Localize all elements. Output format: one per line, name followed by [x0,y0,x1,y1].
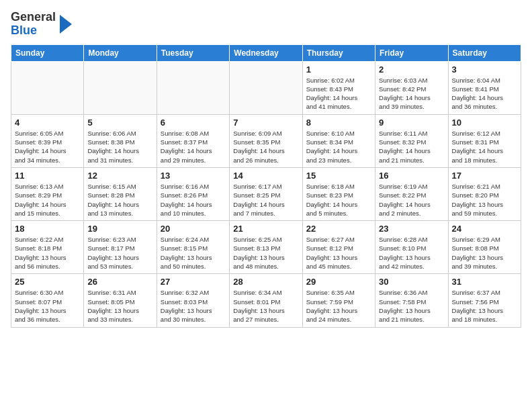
calendar-cell: 20Sunrise: 6:24 AM Sunset: 8:15 PM Dayli… [157,221,229,274]
calendar-cell [157,61,229,114]
day-info: Sunrise: 6:32 AM Sunset: 8:03 PM Dayligh… [161,288,226,324]
calendar-cell: 26Sunrise: 6:31 AM Sunset: 8:05 PM Dayli… [84,274,157,327]
calendar-cell: 12Sunrise: 6:15 AM Sunset: 8:28 PM Dayli… [84,167,157,220]
page-header: General Blue [11,11,521,38]
day-info: Sunrise: 6:09 AM Sunset: 8:35 PM Dayligh… [233,129,298,165]
day-number: 8 [306,118,371,128]
day-number: 27 [161,277,226,287]
day-number: 15 [306,171,371,181]
day-number: 5 [87,118,152,128]
day-info: Sunrise: 6:16 AM Sunset: 8:26 PM Dayligh… [161,182,226,218]
day-info: Sunrise: 6:22 AM Sunset: 8:18 PM Dayligh… [15,235,80,271]
weekday-header-tuesday: Tuesday [157,44,229,61]
logo: General Blue [11,11,72,38]
calendar-cell: 7Sunrise: 6:09 AM Sunset: 8:35 PM Daylig… [230,114,302,167]
calendar-cell: 2Sunrise: 6:03 AM Sunset: 8:42 PM Daylig… [375,61,448,114]
calendar-cell: 17Sunrise: 6:21 AM Sunset: 8:20 PM Dayli… [448,167,521,220]
calendar-cell: 11Sunrise: 6:13 AM Sunset: 8:29 PM Dayli… [11,167,84,220]
day-number: 10 [452,118,517,128]
calendar-cell [84,61,157,114]
day-info: Sunrise: 6:13 AM Sunset: 8:29 PM Dayligh… [15,182,80,218]
calendar-cell: 31Sunrise: 6:37 AM Sunset: 7:56 PM Dayli… [448,274,521,327]
day-number: 26 [87,277,152,287]
day-number: 3 [452,64,517,75]
day-number: 22 [306,224,371,234]
calendar-cell: 22Sunrise: 6:27 AM Sunset: 8:12 PM Dayli… [302,221,375,274]
calendar-cell: 23Sunrise: 6:28 AM Sunset: 8:10 PM Dayli… [375,221,448,274]
day-info: Sunrise: 6:25 AM Sunset: 8:13 PM Dayligh… [233,235,298,271]
day-info: Sunrise: 6:18 AM Sunset: 8:23 PM Dayligh… [306,182,371,218]
calendar-cell: 9Sunrise: 6:11 AM Sunset: 8:32 PM Daylig… [375,114,448,167]
calendar-cell: 3Sunrise: 6:04 AM Sunset: 8:41 PM Daylig… [448,61,521,114]
weekday-header-saturday: Saturday [448,44,521,61]
calendar-cell: 8Sunrise: 6:10 AM Sunset: 8:34 PM Daylig… [302,114,375,167]
day-info: Sunrise: 6:10 AM Sunset: 8:34 PM Dayligh… [306,129,371,165]
calendar-cell: 29Sunrise: 6:35 AM Sunset: 7:59 PM Dayli… [302,274,375,327]
day-info: Sunrise: 6:36 AM Sunset: 7:58 PM Dayligh… [379,288,444,324]
day-number: 20 [161,224,226,234]
day-info: Sunrise: 6:23 AM Sunset: 8:17 PM Dayligh… [87,235,152,271]
calendar-cell: 30Sunrise: 6:36 AM Sunset: 7:58 PM Dayli… [375,274,448,327]
day-info: Sunrise: 6:37 AM Sunset: 7:56 PM Dayligh… [452,288,517,324]
day-number: 17 [452,171,517,181]
calendar-table: SundayMondayTuesdayWednesdayThursdayFrid… [11,44,521,328]
calendar-cell: 28Sunrise: 6:34 AM Sunset: 8:01 PM Dayli… [230,274,302,327]
day-info: Sunrise: 6:11 AM Sunset: 8:32 PM Dayligh… [379,129,444,165]
day-info: Sunrise: 6:06 AM Sunset: 8:38 PM Dayligh… [87,129,152,165]
day-number: 12 [87,171,152,181]
day-number: 23 [379,224,444,234]
calendar-cell: 1Sunrise: 6:02 AM Sunset: 8:43 PM Daylig… [302,61,375,114]
calendar-cell: 5Sunrise: 6:06 AM Sunset: 8:38 PM Daylig… [84,114,157,167]
calendar-cell: 4Sunrise: 6:05 AM Sunset: 8:39 PM Daylig… [11,114,84,167]
day-info: Sunrise: 6:35 AM Sunset: 7:59 PM Dayligh… [306,288,371,324]
day-number: 31 [452,277,517,287]
day-info: Sunrise: 6:12 AM Sunset: 8:31 PM Dayligh… [452,129,517,165]
calendar-cell: 21Sunrise: 6:25 AM Sunset: 8:13 PM Dayli… [230,221,302,274]
weekday-header-thursday: Thursday [302,44,375,61]
day-number: 29 [306,277,371,287]
weekday-header-wednesday: Wednesday [230,44,302,61]
day-number: 2 [379,64,444,75]
day-number: 7 [233,118,298,128]
weekday-header-monday: Monday [84,44,157,61]
day-info: Sunrise: 6:08 AM Sunset: 8:37 PM Dayligh… [161,129,226,165]
day-number: 6 [161,118,226,128]
day-info: Sunrise: 6:21 AM Sunset: 8:20 PM Dayligh… [452,182,517,218]
calendar-cell: 13Sunrise: 6:16 AM Sunset: 8:26 PM Dayli… [157,167,229,220]
calendar-cell: 27Sunrise: 6:32 AM Sunset: 8:03 PM Dayli… [157,274,229,327]
calendar-cell: 16Sunrise: 6:19 AM Sunset: 8:22 PM Dayli… [375,167,448,220]
day-number: 18 [15,224,80,234]
calendar-cell: 6Sunrise: 6:08 AM Sunset: 8:37 PM Daylig… [157,114,229,167]
day-info: Sunrise: 6:04 AM Sunset: 8:41 PM Dayligh… [452,76,517,111]
day-number: 9 [379,118,444,128]
day-info: Sunrise: 6:15 AM Sunset: 8:28 PM Dayligh… [87,182,152,218]
day-number: 14 [233,171,298,181]
calendar-cell [230,61,302,114]
calendar-cell: 10Sunrise: 6:12 AM Sunset: 8:31 PM Dayli… [448,114,521,167]
day-number: 13 [161,171,226,181]
day-info: Sunrise: 6:03 AM Sunset: 8:42 PM Dayligh… [379,76,444,111]
calendar-cell: 18Sunrise: 6:22 AM Sunset: 8:18 PM Dayli… [11,221,84,274]
day-info: Sunrise: 6:29 AM Sunset: 8:08 PM Dayligh… [452,235,517,271]
day-info: Sunrise: 6:34 AM Sunset: 8:01 PM Dayligh… [233,288,298,324]
logo-blue: Blue [11,24,37,37]
day-number: 11 [15,171,80,181]
day-info: Sunrise: 6:31 AM Sunset: 8:05 PM Dayligh… [87,288,152,324]
day-number: 4 [15,118,80,128]
calendar-cell: 19Sunrise: 6:23 AM Sunset: 8:17 PM Dayli… [84,221,157,274]
day-number: 30 [379,277,444,287]
day-number: 25 [15,277,80,287]
calendar-cell: 15Sunrise: 6:18 AM Sunset: 8:23 PM Dayli… [302,167,375,220]
day-number: 24 [452,224,517,234]
day-number: 1 [306,64,371,75]
day-info: Sunrise: 6:27 AM Sunset: 8:12 PM Dayligh… [306,235,371,271]
calendar-cell: 25Sunrise: 6:30 AM Sunset: 8:07 PM Dayli… [11,274,84,327]
weekday-header-sunday: Sunday [11,44,84,61]
day-info: Sunrise: 6:19 AM Sunset: 8:22 PM Dayligh… [379,182,444,218]
logo-general: General [11,10,56,24]
day-info: Sunrise: 6:28 AM Sunset: 8:10 PM Dayligh… [379,235,444,271]
logo-arrow-icon [60,15,72,34]
day-info: Sunrise: 6:24 AM Sunset: 8:15 PM Dayligh… [161,235,226,271]
day-number: 19 [87,224,152,234]
day-number: 16 [379,171,444,181]
